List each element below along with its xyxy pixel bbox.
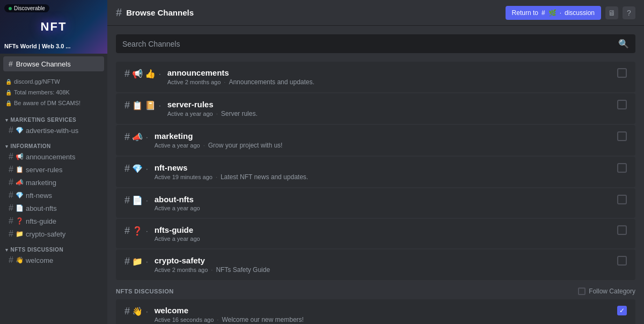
channel-card-nfts-guide[interactable]: # ❓ · nfts-guide Active a year ago: [116, 219, 635, 248]
topbar-left: # Browse Channels: [116, 6, 194, 19]
nft-logo: NFT: [41, 20, 67, 34]
channel-icons-nft-news: # 💎 ·: [125, 163, 149, 174]
category-nfts-discussion[interactable]: ▾ NFTS DISCUSSION: [0, 240, 107, 254]
server-header[interactable]: NFT Discoverable NFTs World | Web 3.0 ..…: [0, 0, 107, 54]
hash-icon: #: [9, 152, 13, 161]
info-scams-text: Be aware of DM SCAMS!: [14, 100, 80, 106]
topbar: # Browse Channels Return to # 🌿 · discus…: [107, 0, 644, 26]
server-title: NFTs World | Web 3.0 ...: [4, 43, 103, 49]
sidebar-channel-about-nfts[interactable]: # 📄 about-nfts: [3, 202, 104, 215]
category-marketing-services[interactable]: ▾ MARKETING SERVICES: [0, 111, 107, 124]
sidebar-channel-nfts-guide[interactable]: # ❓ nfts-guide: [3, 215, 104, 227]
lock-icon-3: 🔒: [5, 100, 12, 106]
hash-icon: #: [9, 126, 13, 135]
page-title: Browse Channels: [126, 8, 194, 17]
channel-name-announcements: announcements: [167, 68, 612, 77]
card-hash-icon: #: [125, 100, 130, 111]
monitor-icon-button[interactable]: 🖥: [605, 6, 618, 19]
information-channels-list: # 📢 👍 · announcements Active 2 months ag…: [116, 62, 635, 280]
channel-meta-nft-news: Active 19 minutes ago · Latest NFT news …: [155, 173, 612, 181]
return-emoji: 🌿: [548, 9, 557, 17]
sidebar-channel-advertise-with-us[interactable]: # 💎 advertise-with-us: [3, 124, 104, 137]
sidebar-channel-welcome[interactable]: # 👋 welcome: [3, 254, 104, 267]
channel-checkbox-announcements[interactable]: [617, 68, 627, 78]
nfts-discussion-category-header: NFTS DISCUSSION Follow Category: [116, 281, 635, 299]
category-information[interactable]: ▾ INFORMATION: [0, 137, 107, 150]
channel-meta-marketing: Active a year ago · Grow your project wi…: [155, 142, 612, 149]
card-hash-icon: #: [125, 195, 130, 206]
channel-name-marketing: marketing: [155, 131, 612, 141]
channel-info-marketing: marketing Active a year ago · Grow your …: [155, 131, 612, 149]
card-hash-icon: #: [125, 131, 130, 143]
hash-icon: #: [9, 190, 13, 200]
channel-meta-welcome: Active 16 seconds ago · Welcome our new …: [155, 316, 612, 323]
channel-card-announcements[interactable]: # 📢 👍 · announcements Active 2 months ag…: [116, 62, 635, 92]
sidebar-navigation: # Browse Channels: [0, 54, 107, 74]
sidebar-channel-nft-news[interactable]: # 💎 nft-news: [3, 189, 104, 202]
channel-checkbox-welcome[interactable]: ✓: [617, 306, 627, 315]
chevron-icon: ▾: [5, 247, 9, 253]
channel-info-about-nfts: about-nfts Active a year ago: [155, 195, 612, 211]
channel-card-crypto-safety[interactable]: # 📁 · crypto-safety Active 2 months ago …: [116, 249, 635, 280]
sidebar-item-browse-channels[interactable]: # Browse Channels: [3, 56, 104, 71]
channel-meta-about-nfts: Active a year ago: [155, 205, 612, 211]
channel-icons-about-nfts: # 📄 ·: [125, 195, 149, 206]
hash-icon: #: [9, 165, 13, 174]
card-hash-icon: #: [125, 225, 130, 237]
channel-checkbox-nfts-guide[interactable]: [617, 225, 627, 235]
info-members-text: Total members: 408K: [14, 89, 70, 95]
topbar-right: Return to # 🌿 · discussion 🖥 ?: [506, 6, 635, 20]
card-hash-icon: #: [125, 256, 130, 267]
channel-card-nft-news[interactable]: # 💎 · nft-news Active 19 minutes ago · L…: [116, 157, 635, 187]
card-hash-icon: #: [125, 306, 130, 317]
browse-channels-label: Browse Channels: [16, 60, 71, 68]
hash-icon: #: [9, 178, 13, 187]
channel-checkbox-server-rules[interactable]: [617, 100, 627, 109]
channel-meta-crypto-safety: Active 2 months ago · NFTs Safety Guide: [155, 266, 612, 274]
channel-checkbox-crypto-safety[interactable]: [617, 256, 627, 266]
follow-category-button[interactable]: Follow Category: [578, 288, 635, 295]
channel-card-marketing[interactable]: # 📣 · marketing Active a year ago · Grow…: [116, 125, 635, 156]
sidebar-channel-marketing[interactable]: # 📣 marketing: [3, 176, 104, 189]
topbar-hash-icon: #: [116, 6, 122, 19]
return-channel: discussion: [565, 9, 595, 17]
channel-card-welcome[interactable]: # 👋 · welcome Active 16 seconds ago · We…: [116, 299, 635, 324]
chevron-icon: ▾: [5, 144, 9, 149]
info-discord-text: discord.gg/NFTW: [14, 78, 60, 85]
sidebar-channel-crypto-safety[interactable]: # 📁 crypto-safety: [3, 227, 104, 240]
info-members: 🔒 Total members: 408K: [0, 87, 107, 98]
discoverable-badge: Discoverable: [4, 4, 49, 12]
help-icon-button[interactable]: ?: [623, 6, 635, 19]
main-content: # Browse Channels Return to # 🌿 · discus…: [107, 0, 644, 324]
channel-checkbox-marketing[interactable]: [617, 131, 627, 141]
channel-card-about-nfts[interactable]: # 📄 · about-nfts Active a year ago: [116, 188, 635, 218]
channel-info-nfts-guide: nfts-guide Active a year ago: [155, 225, 612, 242]
hash-icon: #: [9, 229, 13, 239]
sidebar-channel-announcements[interactable]: # 📢 announcements: [3, 150, 104, 163]
search-input[interactable]: [122, 40, 614, 48]
channel-name-welcome: welcome: [155, 306, 612, 315]
channel-meta-server-rules: Active a year ago · Server rules.: [167, 110, 612, 117]
channel-icons-nfts-guide: # ❓ ·: [125, 225, 149, 237]
follow-checkbox[interactable]: [578, 288, 586, 295]
return-to-discussion-button[interactable]: Return to # 🌿 · discussion: [506, 6, 601, 20]
channel-meta-announcements: Active 2 months ago · Announcements and …: [167, 78, 612, 86]
channel-name-about-nfts: about-nfts: [155, 195, 612, 204]
search-icon: 🔍: [618, 39, 629, 49]
search-bar: 🔍: [116, 34, 635, 53]
sidebar-info-section: 🔒 discord.gg/NFTW 🔒 Total members: 408K …: [0, 74, 107, 111]
channel-info-server-rules: server-rules Active a year ago · Server …: [167, 100, 612, 117]
channel-checkbox-nft-news[interactable]: [617, 163, 627, 173]
channel-card-server-rules[interactable]: # 📋 📔 · server-rules Active a year ago ·…: [116, 93, 635, 124]
channel-info-announcements: announcements Active 2 months ago · Anno…: [167, 68, 612, 86]
lock-icon-1: 🔒: [5, 79, 12, 85]
channel-info-crypto-safety: crypto-safety Active 2 months ago · NFTs…: [155, 256, 612, 274]
sidebar-channel-server-rules[interactable]: # 📋 server-rules: [3, 163, 104, 176]
hash-icon: #: [9, 255, 13, 265]
channel-checkbox-about-nfts[interactable]: [617, 195, 627, 204]
hash-icon: #: [9, 60, 13, 68]
channel-meta-nfts-guide: Active a year ago: [155, 235, 612, 242]
hash-icon: #: [9, 203, 13, 213]
channel-info-nft-news: nft-news Active 19 minutes ago · Latest …: [155, 163, 612, 181]
channel-name-nft-news: nft-news: [155, 163, 612, 172]
